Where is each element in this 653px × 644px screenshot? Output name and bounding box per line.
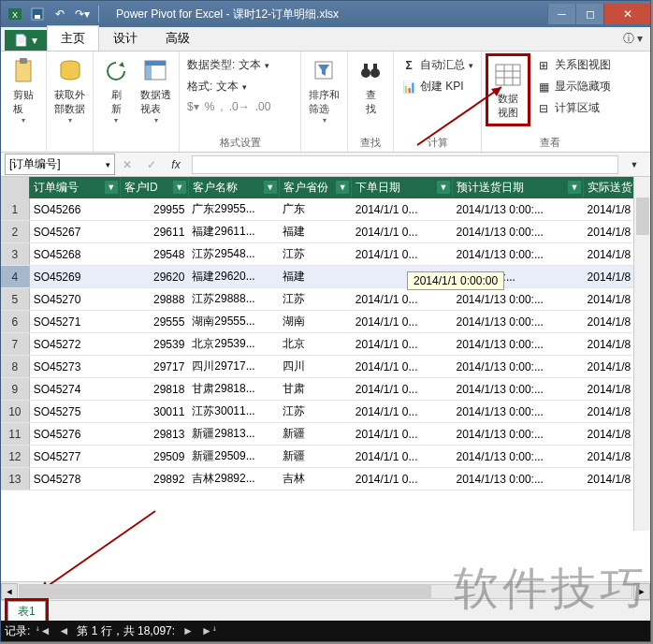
row-header[interactable]: 12 [1, 446, 29, 468]
table-row[interactable]: 6SO4527129555湖南29555...湖南2014/1/1 0...20… [1, 311, 650, 333]
cell[interactable]: 广东 [279, 198, 352, 221]
cell[interactable]: 29888 [120, 288, 188, 311]
expand-formula-icon[interactable]: ▼ [622, 158, 646, 171]
get-external-data-button[interactable]: 获取外 部数据▾ [51, 53, 89, 127]
comma-icon[interactable]: , [220, 100, 223, 113]
row-header[interactable]: 1 [1, 198, 29, 221]
cell[interactable]: 29955 [120, 198, 188, 221]
row-header[interactable]: 10 [1, 401, 29, 423]
cell[interactable]: 29548 [120, 243, 188, 266]
table-row[interactable]: 5SO4527029888江苏29888...江苏2014/1/1 0...20… [1, 288, 650, 311]
save-icon[interactable] [27, 4, 48, 24]
row-header[interactable]: 4 [1, 266, 29, 288]
table-row[interactable]: 8SO4527329717四川29717...四川2014/1/1 0...20… [1, 356, 650, 378]
increase-decimal-icon[interactable]: .0→ [229, 100, 250, 113]
cell[interactable]: 2014/1/13 0:00:... [453, 468, 584, 490]
cell[interactable]: 2014/1/1 0... [352, 423, 453, 446]
refresh-button[interactable]: 刷 新▾ [97, 53, 135, 127]
confirm-icon[interactable]: ✓ [139, 156, 164, 173]
cell[interactable]: SO45277 [29, 446, 120, 468]
column-header[interactable]: 下单日期▼ [352, 177, 453, 198]
cell[interactable]: 2014/1/1 0... [352, 311, 453, 333]
row-header[interactable]: 8 [1, 356, 29, 378]
cell[interactable]: 广东29955... [188, 198, 279, 221]
cell[interactable]: 2014/1/13 0:00:... [453, 378, 584, 401]
cell[interactable]: 2014/1/13 0:00:... [453, 221, 584, 243]
filter-dropdown-icon[interactable]: ▼ [336, 181, 349, 194]
cell[interactable]: 北京29539... [188, 333, 279, 356]
cell[interactable]: 甘肃 [279, 378, 352, 401]
column-header[interactable]: 客户ID▼ [120, 177, 188, 198]
create-kpi-button[interactable]: 📊创建 KPI [398, 77, 477, 96]
cell[interactable]: SO45275 [29, 401, 120, 423]
maximize-button[interactable]: ◻ [575, 4, 603, 24]
cell[interactable]: 2014/1/1 0... [352, 243, 453, 266]
cell[interactable]: SO45269 [29, 266, 120, 288]
filter-dropdown-icon[interactable]: ▼ [437, 181, 450, 194]
file-tab[interactable]: 📄▾ [5, 30, 47, 51]
cell[interactable]: 福建29611... [188, 221, 279, 243]
fx-button[interactable]: fx [164, 156, 188, 173]
last-record-button[interactable]: ►ꜜ [201, 624, 216, 637]
vertical-scrollbar[interactable] [633, 177, 650, 531]
cell[interactable]: 福建29620... [188, 266, 279, 288]
table-row[interactable]: 12SO4527729509新疆29509...新疆2014/1/1 0...2… [1, 446, 650, 468]
cell[interactable]: SO45274 [29, 378, 120, 401]
cell[interactable]: 2014/1/1 0... [352, 401, 453, 423]
cell[interactable]: 2014/1/1 0... [352, 378, 453, 401]
help-dropdown[interactable]: ⓘ ▾ [616, 27, 650, 51]
cell[interactable]: 2014/1/13 0:00:... [453, 243, 584, 266]
data-grid[interactable]: 订单编号▼客户ID▼客户名称▼客户省份▼下单日期▼预计送货日期▼实际送货▼ 1S… [1, 177, 650, 490]
close-button[interactable]: ✕ [603, 4, 650, 24]
table-row[interactable]: 13SO4527829892吉林29892...吉林2014/1/1 0...2… [1, 468, 650, 490]
format-dropdown[interactable]: 格式: 文本 ▾ [183, 77, 274, 96]
cell[interactable]: 29555 [120, 311, 188, 333]
cell[interactable]: 2014/1/13 0:00:... [453, 401, 584, 423]
cell[interactable]: 2014/1/1 0... [352, 221, 453, 243]
filter-dropdown-icon[interactable]: ▼ [568, 181, 581, 194]
cell[interactable]: 湖南 [279, 311, 352, 333]
table-row[interactable]: 11SO4527629813新疆29813...新疆2014/1/1 0...2… [1, 423, 650, 446]
cell[interactable]: 29539 [120, 333, 188, 356]
row-header[interactable]: 2 [1, 221, 29, 243]
cell[interactable]: 湖南29555... [188, 311, 279, 333]
formula-input[interactable] [192, 155, 618, 174]
cell[interactable]: SO45278 [29, 468, 120, 490]
table-row[interactable]: 2SO4526729611福建29611...福建2014/1/1 0...20… [1, 221, 650, 243]
row-header[interactable]: 3 [1, 243, 29, 266]
cell[interactable]: 四川 [279, 356, 352, 378]
cell[interactable]: 福建 [279, 266, 352, 288]
cell[interactable]: 江苏 [279, 288, 352, 311]
cell[interactable]: 29717 [120, 356, 188, 378]
first-record-button[interactable]: ꜜ◄ [36, 624, 51, 637]
cell[interactable]: 2014/1/1 0... [352, 198, 453, 221]
excel-icon[interactable]: X [5, 4, 25, 24]
cell[interactable]: 新疆29813... [188, 423, 279, 446]
cell[interactable]: 2014/1/13 0:00:... [453, 446, 584, 468]
row-header[interactable]: 7 [1, 333, 29, 356]
table-row[interactable]: 7SO4527229539北京29539...北京2014/1/1 0...20… [1, 333, 650, 356]
cell[interactable]: 29813 [120, 423, 188, 446]
cell[interactable]: SO45270 [29, 288, 120, 311]
cell[interactable]: 江苏29888... [188, 288, 279, 311]
cell[interactable]: 北京 [279, 333, 352, 356]
table-row[interactable]: 10SO4527530011江苏30011...江苏2014/1/1 0...2… [1, 401, 650, 423]
tab-design[interactable]: 设计 [99, 25, 152, 51]
column-header[interactable]: 客户名称▼ [188, 177, 279, 198]
data-type-dropdown[interactable]: 数据类型: 文本 ▾ [183, 55, 274, 75]
percent-icon[interactable]: % [205, 100, 215, 113]
column-header[interactable]: 订单编号▼ [29, 177, 120, 198]
cell[interactable]: 2014/1/1 0... [352, 356, 453, 378]
diagram-view-button[interactable]: ⊞关系图视图 [532, 55, 615, 75]
table-row[interactable]: 1SO4526629955广东29955...广东2014/1/1 0...20… [1, 198, 650, 221]
row-header[interactable]: 11 [1, 423, 29, 446]
column-header[interactable]: 客户省份▼ [279, 177, 352, 198]
cell[interactable]: 江苏 [279, 401, 352, 423]
cell[interactable]: 2014/1/13 0:00:... [453, 333, 584, 356]
row-header[interactable]: 13 [1, 468, 29, 490]
row-header[interactable]: 6 [1, 311, 29, 333]
cell[interactable]: 2014/1/13 0:00:... [453, 198, 584, 221]
cell[interactable]: 甘肃29818... [188, 378, 279, 401]
data-view-button[interactable]: 数据 视图 [489, 57, 527, 123]
sheet-tab[interactable]: 表1 [7, 601, 46, 622]
